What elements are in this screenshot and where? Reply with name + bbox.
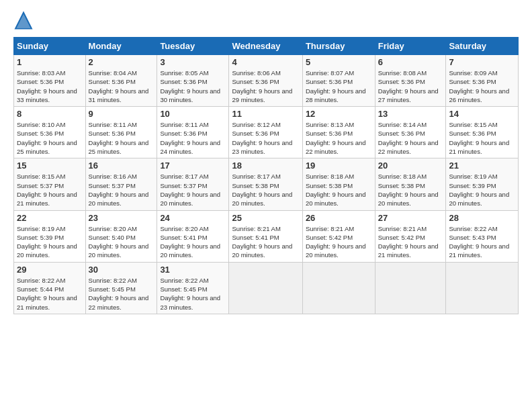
day-number: 2 bbox=[89, 57, 154, 67]
day-cell: 16 Sunrise: 8:16 AMSunset: 5:37 PMDaylig… bbox=[85, 158, 157, 210]
day-number: 4 bbox=[232, 57, 299, 67]
day-number: 3 bbox=[160, 57, 226, 67]
logo-icon bbox=[13, 10, 34, 30]
day-number: 9 bbox=[89, 109, 154, 119]
day-cell: 21 Sunrise: 8:19 AMSunset: 5:39 PMDaylig… bbox=[446, 158, 519, 210]
day-cell: 3 Sunrise: 8:05 AMSunset: 5:36 PMDayligh… bbox=[157, 55, 229, 107]
day-cell: 30 Sunrise: 8:22 AMSunset: 5:45 PMDaylig… bbox=[85, 262, 157, 314]
week-row-5: 29 Sunrise: 8:22 AMSunset: 5:44 PMDaylig… bbox=[14, 262, 519, 314]
day-cell: 27 Sunrise: 8:21 AMSunset: 5:42 PMDaylig… bbox=[375, 210, 446, 262]
day-cell: 29 Sunrise: 8:22 AMSunset: 5:44 PMDaylig… bbox=[14, 262, 86, 314]
day-cell: 23 Sunrise: 8:20 AMSunset: 5:40 PMDaylig… bbox=[85, 210, 157, 262]
day-detail: Sunrise: 8:07 AMSunset: 5:36 PMDaylight:… bbox=[306, 69, 366, 103]
day-cell: 10 Sunrise: 8:11 AMSunset: 5:36 PMDaylig… bbox=[157, 107, 229, 158]
day-cell: 26 Sunrise: 8:21 AMSunset: 5:42 PMDaylig… bbox=[302, 210, 375, 262]
week-row-4: 22 Sunrise: 8:19 AMSunset: 5:39 PMDaylig… bbox=[14, 210, 519, 262]
day-detail: Sunrise: 8:18 AMSunset: 5:38 PMDaylight:… bbox=[306, 173, 366, 207]
logo bbox=[13, 10, 37, 30]
day-number: 13 bbox=[378, 109, 443, 119]
day-number: 21 bbox=[449, 161, 515, 171]
day-cell: 5 Sunrise: 8:07 AMSunset: 5:36 PMDayligh… bbox=[302, 55, 375, 107]
calendar-body: 1 Sunrise: 8:03 AMSunset: 5:36 PMDayligh… bbox=[14, 55, 519, 314]
day-detail: Sunrise: 8:08 AMSunset: 5:36 PMDaylight:… bbox=[378, 69, 439, 103]
weekday-monday: Monday bbox=[85, 38, 157, 55]
day-number: 15 bbox=[17, 161, 83, 171]
day-cell: 15 Sunrise: 8:15 AMSunset: 5:37 PMDaylig… bbox=[14, 158, 86, 210]
day-detail: Sunrise: 8:04 AMSunset: 5:36 PMDaylight:… bbox=[89, 69, 149, 103]
day-cell: 7 Sunrise: 8:09 AMSunset: 5:36 PMDayligh… bbox=[446, 55, 519, 107]
weekday-saturday: Saturday bbox=[446, 38, 519, 55]
day-detail: Sunrise: 8:21 AMSunset: 5:42 PMDaylight:… bbox=[378, 225, 439, 259]
day-cell: 6 Sunrise: 8:08 AMSunset: 5:36 PMDayligh… bbox=[375, 55, 446, 107]
day-detail: Sunrise: 8:14 AMSunset: 5:36 PMDaylight:… bbox=[378, 121, 439, 155]
day-cell: 1 Sunrise: 8:03 AMSunset: 5:36 PMDayligh… bbox=[14, 55, 86, 107]
day-number: 18 bbox=[232, 161, 299, 171]
day-cell: 11 Sunrise: 8:12 AMSunset: 5:36 PMDaylig… bbox=[229, 107, 302, 158]
day-detail: Sunrise: 8:17 AMSunset: 5:38 PMDaylight:… bbox=[232, 173, 292, 207]
page: SundayMondayTuesdayWednesdayThursdayFrid… bbox=[0, 0, 532, 411]
weekday-wednesday: Wednesday bbox=[229, 38, 302, 55]
day-number: 23 bbox=[89, 213, 154, 223]
day-detail: Sunrise: 8:12 AMSunset: 5:36 PMDaylight:… bbox=[232, 121, 292, 155]
day-detail: Sunrise: 8:21 AMSunset: 5:41 PMDaylight:… bbox=[232, 225, 292, 259]
day-cell: 2 Sunrise: 8:04 AMSunset: 5:36 PMDayligh… bbox=[85, 55, 157, 107]
day-cell: 13 Sunrise: 8:14 AMSunset: 5:36 PMDaylig… bbox=[375, 107, 446, 158]
day-number: 29 bbox=[17, 265, 83, 275]
day-number: 11 bbox=[232, 109, 299, 119]
day-number: 7 bbox=[449, 57, 515, 67]
day-detail: Sunrise: 8:22 AMSunset: 5:45 PMDaylight:… bbox=[160, 277, 220, 311]
day-number: 10 bbox=[160, 109, 226, 119]
day-cell bbox=[375, 262, 446, 314]
weekday-tuesday: Tuesday bbox=[157, 38, 229, 55]
day-detail: Sunrise: 8:03 AMSunset: 5:36 PMDaylight:… bbox=[17, 69, 77, 103]
day-detail: Sunrise: 8:18 AMSunset: 5:38 PMDaylight:… bbox=[378, 173, 439, 207]
day-cell: 4 Sunrise: 8:06 AMSunset: 5:36 PMDayligh… bbox=[229, 55, 302, 107]
day-cell: 9 Sunrise: 8:11 AMSunset: 5:36 PMDayligh… bbox=[85, 107, 157, 158]
day-number: 31 bbox=[160, 265, 226, 275]
day-cell: 28 Sunrise: 8:22 AMSunset: 5:43 PMDaylig… bbox=[446, 210, 519, 262]
day-cell: 20 Sunrise: 8:18 AMSunset: 5:38 PMDaylig… bbox=[375, 158, 446, 210]
day-number: 25 bbox=[232, 213, 299, 223]
week-row-3: 15 Sunrise: 8:15 AMSunset: 5:37 PMDaylig… bbox=[14, 158, 519, 210]
week-row-1: 1 Sunrise: 8:03 AMSunset: 5:36 PMDayligh… bbox=[14, 55, 519, 107]
day-number: 5 bbox=[306, 57, 372, 67]
day-detail: Sunrise: 8:11 AMSunset: 5:36 PMDaylight:… bbox=[89, 121, 149, 155]
day-cell: 19 Sunrise: 8:18 AMSunset: 5:38 PMDaylig… bbox=[302, 158, 375, 210]
day-detail: Sunrise: 8:15 AMSunset: 5:36 PMDaylight:… bbox=[449, 121, 509, 155]
day-detail: Sunrise: 8:20 AMSunset: 5:40 PMDaylight:… bbox=[89, 225, 149, 259]
day-number: 1 bbox=[17, 57, 83, 67]
day-number: 16 bbox=[89, 161, 154, 171]
day-cell bbox=[229, 262, 302, 314]
weekday-friday: Friday bbox=[375, 38, 446, 55]
day-number: 19 bbox=[306, 161, 372, 171]
day-cell: 22 Sunrise: 8:19 AMSunset: 5:39 PMDaylig… bbox=[14, 210, 86, 262]
day-cell: 17 Sunrise: 8:17 AMSunset: 5:37 PMDaylig… bbox=[157, 158, 229, 210]
day-cell bbox=[302, 262, 375, 314]
day-detail: Sunrise: 8:20 AMSunset: 5:41 PMDaylight:… bbox=[160, 225, 220, 259]
day-detail: Sunrise: 8:22 AMSunset: 5:44 PMDaylight:… bbox=[17, 277, 77, 311]
day-detail: Sunrise: 8:13 AMSunset: 5:36 PMDaylight:… bbox=[306, 121, 366, 155]
day-detail: Sunrise: 8:21 AMSunset: 5:42 PMDaylight:… bbox=[306, 225, 366, 259]
day-cell: 18 Sunrise: 8:17 AMSunset: 5:38 PMDaylig… bbox=[229, 158, 302, 210]
day-detail: Sunrise: 8:11 AMSunset: 5:36 PMDaylight:… bbox=[160, 121, 220, 155]
day-detail: Sunrise: 8:10 AMSunset: 5:36 PMDaylight:… bbox=[17, 121, 77, 155]
day-detail: Sunrise: 8:22 AMSunset: 5:43 PMDaylight:… bbox=[449, 225, 509, 259]
day-number: 8 bbox=[17, 109, 83, 119]
day-number: 12 bbox=[306, 109, 372, 119]
day-detail: Sunrise: 8:17 AMSunset: 5:37 PMDaylight:… bbox=[160, 173, 220, 207]
day-cell: 8 Sunrise: 8:10 AMSunset: 5:36 PMDayligh… bbox=[14, 107, 86, 158]
day-cell: 24 Sunrise: 8:20 AMSunset: 5:41 PMDaylig… bbox=[157, 210, 229, 262]
day-number: 27 bbox=[378, 213, 443, 223]
day-number: 20 bbox=[378, 161, 443, 171]
day-number: 28 bbox=[449, 213, 515, 223]
header bbox=[13, 10, 519, 30]
day-detail: Sunrise: 8:05 AMSunset: 5:36 PMDaylight:… bbox=[160, 69, 220, 103]
day-cell bbox=[446, 262, 519, 314]
day-cell: 14 Sunrise: 8:15 AMSunset: 5:36 PMDaylig… bbox=[446, 107, 519, 158]
day-number: 24 bbox=[160, 213, 226, 223]
day-number: 6 bbox=[378, 57, 443, 67]
day-detail: Sunrise: 8:19 AMSunset: 5:39 PMDaylight:… bbox=[17, 225, 77, 259]
day-number: 26 bbox=[306, 213, 372, 223]
day-number: 22 bbox=[17, 213, 83, 223]
weekday-thursday: Thursday bbox=[302, 38, 375, 55]
